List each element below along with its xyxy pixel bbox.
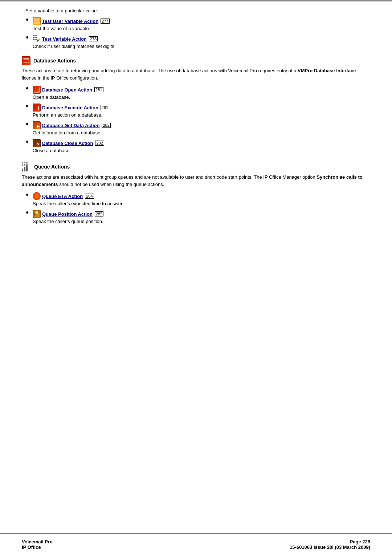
footer-right: Page 228 15-601063 Issue 20I (03 March 2… xyxy=(290,539,370,550)
list-item: Queue ETA Action 284 Speak the caller’s … xyxy=(33,192,370,206)
list-item: Database Open Action 281 Open a database… xyxy=(33,86,370,100)
bullet-dot xyxy=(26,105,28,107)
bullet-dot xyxy=(26,36,28,39)
item-title-row: Test User Variable Action 277 xyxy=(33,17,110,25)
cell1 xyxy=(34,18,37,21)
queue-eta-desc: Speak the caller’s expected time to answ… xyxy=(33,201,123,206)
database-execute-desc: Perform an action on a database. xyxy=(33,112,109,118)
intro-text: Set a variable to a particular value. xyxy=(22,8,370,13)
bullet-dot xyxy=(26,87,28,89)
user-var-icon-inner xyxy=(34,18,40,24)
database-section-icon xyxy=(22,56,30,65)
database-open-page-ref: 281 xyxy=(94,87,103,92)
database-get-action-link[interactable]: Database Get Data Action xyxy=(42,123,99,128)
item-content: Test User Variable Action 277 Test the v… xyxy=(33,17,110,31)
queue-position-action-link[interactable]: Queue Position Action xyxy=(42,211,93,217)
item-title-row: Database Open Action 281 xyxy=(33,86,103,94)
footer-product-line: IP Office xyxy=(22,544,53,550)
page-footer: Voicemail Pro IP Office Page 228 15-6010… xyxy=(0,533,392,555)
item-content: Database Open Action 281 Open a database… xyxy=(33,86,103,100)
item-content: ✓ Test Variable Action 278 Check if user… xyxy=(33,35,115,49)
queue-icon-svg xyxy=(22,162,31,171)
dot xyxy=(33,35,34,36)
bullet-dot xyxy=(26,141,28,143)
database-section-title: Database Actions xyxy=(33,58,76,64)
database-items-list: Database Open Action 281 Open a database… xyxy=(33,86,370,153)
queue-desc-text1: These actions are associated with hunt g… xyxy=(22,174,317,180)
queue-desc-text2: should not be used when using the queue … xyxy=(58,182,164,187)
cell2 xyxy=(37,18,40,21)
footer-left: Voicemail Pro IP Office xyxy=(22,539,53,550)
item-content: Database Close Action 282 Close a databa… xyxy=(33,139,104,153)
item-title-row: Queue ETA Action 284 xyxy=(33,192,123,200)
item-content: Queue Position Action 285 Speak the call… xyxy=(33,210,103,224)
db-desc-text1: These actions relate to retrieving and a… xyxy=(22,68,298,73)
dot xyxy=(34,39,36,40)
database-get-desc: Get information from a database. xyxy=(33,130,111,135)
item-title-row: ✓ Test Variable Action 278 xyxy=(33,35,115,43)
bullet-dot xyxy=(26,123,28,125)
page-container: Set a variable to a particular value. xyxy=(0,0,392,555)
item-title-row: Database Close Action 282 xyxy=(33,139,104,147)
queue-pos-icon-svg xyxy=(33,211,40,217)
db-desc-text2: license in the IP Office configuration. xyxy=(22,75,98,81)
svg-line-10 xyxy=(38,214,39,215)
item-content: Database Execute Action 281 Perform an a… xyxy=(33,104,109,118)
checkmark-icon: ✓ xyxy=(36,38,41,43)
variable-items-list: Test User Variable Action 277 Test the v… xyxy=(33,17,370,49)
list-item: Database Close Action 282 Close a databa… xyxy=(33,139,370,153)
svg-rect-6 xyxy=(22,169,23,171)
test-var-icon: ✓ xyxy=(33,35,41,43)
list-item: Database Execute Action 281 Perform an a… xyxy=(33,104,370,118)
svg-rect-2 xyxy=(26,162,28,163)
cell4 xyxy=(37,21,40,24)
dot xyxy=(34,37,36,38)
database-close-icon xyxy=(33,139,41,147)
svg-rect-3 xyxy=(22,164,23,166)
bullet-dot xyxy=(26,194,28,196)
test-variable-desc: Check if user dialing matches set digits… xyxy=(33,44,115,49)
database-execute-action-link[interactable]: Database Execute Action xyxy=(42,105,98,110)
svg-rect-7 xyxy=(24,167,25,171)
database-open-desc: Open a database. xyxy=(33,94,103,100)
queue-position-page-ref: 285 xyxy=(95,211,103,216)
svg-rect-4 xyxy=(24,164,25,166)
database-close-page-ref: 282 xyxy=(95,141,104,146)
database-get-page-ref: 282 xyxy=(102,123,110,128)
database-open-icon xyxy=(33,86,41,94)
database-section-header: Database Actions xyxy=(22,56,370,65)
queue-section-desc: These actions are associated with hunt g… xyxy=(22,174,370,188)
db-desc-bold: VMPro Database Interface xyxy=(298,68,356,73)
cell3 xyxy=(34,21,37,24)
test-variable-action-link[interactable]: Test Variable Action xyxy=(42,36,87,42)
queue-eta-icon xyxy=(33,192,41,200)
database-execute-page-ref: 281 xyxy=(101,105,109,110)
list-item: Database Get Data Action 282 Get informa… xyxy=(33,121,370,135)
content-area: Set a variable to a particular value. xyxy=(0,1,392,262)
database-execute-icon xyxy=(33,104,41,112)
test-user-variable-action-link[interactable]: Test User Variable Action xyxy=(42,19,98,24)
queue-section-icon xyxy=(22,162,31,171)
list-item: Test User Variable Action 277 Test the v… xyxy=(33,17,370,31)
item-title-row: Database Get Data Action 282 xyxy=(33,121,111,129)
footer-product-name: Voicemail Pro xyxy=(22,539,53,544)
svg-rect-1 xyxy=(24,162,25,163)
queue-eta-action-link[interactable]: Queue ETA Action xyxy=(42,194,83,199)
dot xyxy=(34,35,36,36)
bullet-dot xyxy=(26,211,28,214)
queue-section-header: Queue Actions xyxy=(22,162,370,171)
svg-rect-5 xyxy=(26,164,28,166)
dot xyxy=(33,37,34,38)
test-user-variable-desc: Test the value of a variable. xyxy=(33,26,110,31)
database-close-action-link[interactable]: Database Close Action xyxy=(42,141,93,146)
database-open-action-link[interactable]: Database Open Action xyxy=(42,87,92,93)
queue-items-list: Queue ETA Action 284 Speak the caller’s … xyxy=(33,192,370,224)
queue-position-desc: Speak the caller’s queue position. xyxy=(33,219,103,224)
database-actions-section: Database Actions These actions relate to… xyxy=(22,56,370,153)
item-title-row: Queue Position Action 285 xyxy=(33,210,103,218)
list-item: Queue Position Action 285 Speak the call… xyxy=(33,210,370,224)
item-content: Queue ETA Action 284 Speak the caller’s … xyxy=(33,192,123,206)
database-close-desc: Close a database. xyxy=(33,148,104,153)
bullet-dot xyxy=(26,19,28,21)
test-variable-page-ref: 278 xyxy=(89,36,98,41)
